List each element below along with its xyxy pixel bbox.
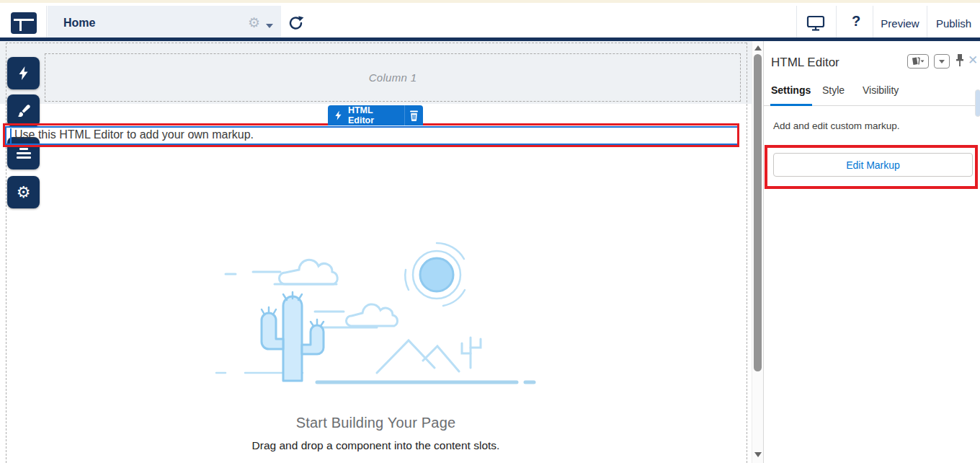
- toolbar-divider: [46, 6, 47, 40]
- page-gear-icon[interactable]: ⚙: [248, 14, 260, 32]
- refresh-button[interactable]: [287, 14, 306, 32]
- panel-description: Add and edit custom markup.: [773, 120, 900, 131]
- panel-title: HTML Editor: [771, 56, 839, 70]
- delete-component-button[interactable]: [404, 105, 423, 125]
- palette-structure-button[interactable]: [7, 137, 40, 169]
- tab-style[interactable]: Style: [822, 84, 845, 106]
- help-button[interactable]: ?: [849, 13, 863, 32]
- active-tab-indicator: [770, 104, 812, 106]
- device-preview-button[interactable]: [805, 14, 827, 32]
- toolbar-divider: [796, 6, 797, 40]
- publish-button[interactable]: Publish: [927, 6, 980, 40]
- canvas-dashed-border: [747, 43, 747, 463]
- html-editor-placeholder-text: Use this HTML Editor to add your own mar…: [14, 128, 254, 141]
- empty-state-subtitle: Drag and drop a component into the conte…: [0, 439, 752, 452]
- variations-icon: [912, 57, 925, 66]
- lightning-icon: [334, 110, 342, 120]
- column-label: Column 1: [369, 71, 417, 84]
- scroll-down-arrow-icon[interactable]: [754, 452, 762, 457]
- refresh-icon: [287, 14, 306, 32]
- page-selector[interactable]: Home ⚙: [48, 6, 281, 40]
- content-slot-column-1[interactable]: Column 1: [45, 53, 741, 102]
- menu-icon: [17, 146, 31, 161]
- close-panel-button[interactable]: ✕: [967, 53, 979, 68]
- lightning-icon: [18, 66, 29, 80]
- pin-panel-button[interactable]: [954, 53, 966, 69]
- monitor-icon: [805, 14, 827, 32]
- pin-icon: [954, 53, 966, 69]
- tab-settings[interactable]: Settings: [771, 84, 811, 106]
- chevron-down-icon[interactable]: [266, 24, 273, 28]
- edit-markup-button[interactable]: Edit Markup: [773, 153, 973, 177]
- scroll-up-arrow-icon[interactable]: [754, 45, 762, 50]
- component-action-tab[interactable]: HTML Editor: [328, 105, 423, 125]
- builder-logo-icon[interactable]: [11, 12, 37, 34]
- desert-illustration: [205, 239, 544, 405]
- toolbar-divider: [836, 6, 837, 40]
- canvas-dashed-border: [6, 43, 747, 43]
- empty-state-title: Start Building Your Page: [0, 415, 752, 431]
- text-cursor: [10, 128, 12, 144]
- component-variations-button[interactable]: [907, 54, 929, 69]
- experience-builder-app: Home ⚙ ? Preview Publish: [0, 0, 980, 463]
- chevron-down-icon: [939, 60, 945, 63]
- logo-gap: [19, 19, 22, 31]
- trash-icon: [409, 110, 419, 121]
- tab-visibility[interactable]: Visibility: [863, 84, 899, 106]
- paintbrush-icon: [17, 104, 31, 118]
- palette-theme-button[interactable]: [7, 94, 40, 127]
- panel-scrollbar-thumb[interactable]: [975, 89, 980, 117]
- canvas-scrollbar[interactable]: [752, 41, 763, 463]
- page-canvas: Column 1 HTML Editor Use this HTML E: [0, 41, 752, 463]
- palette-components-button[interactable]: [7, 57, 40, 89]
- canvas-dashed-border: [6, 43, 6, 463]
- component-tab-label: HTML Editor: [348, 105, 397, 125]
- page-selector-label: Home: [63, 17, 95, 30]
- property-panel: HTML Editor ✕ Settings Style Visibility …: [763, 41, 980, 463]
- scrollbar-thumb[interactable]: [754, 54, 762, 371]
- preview-button[interactable]: Preview: [873, 6, 927, 40]
- logo-gap: [14, 19, 34, 21]
- palette-settings-button[interactable]: ⚙: [7, 176, 40, 208]
- top-toolbar: Home ⚙ ? Preview Publish: [0, 3, 980, 38]
- collapse-panel-button[interactable]: [934, 54, 950, 69]
- gear-icon: ⚙: [17, 185, 31, 200]
